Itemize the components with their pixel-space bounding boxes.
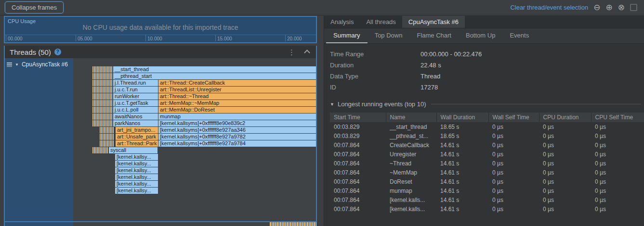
zoom-in-icon[interactable]: ⊕	[606, 3, 613, 12]
column-header-name[interactable]: Name	[386, 113, 436, 122]
table-cell: 0 µs	[539, 159, 591, 168]
flame-bar[interactable]: [kernel.kallsyms]+0xffffff8e90e839c2	[158, 120, 316, 126]
table-row[interactable]: 00:07.864Unregister14.61 s0 µs0 µs0 µs	[330, 150, 644, 159]
flame-bar[interactable]: munmap	[158, 113, 316, 120]
table-cell: 00:03.829	[330, 131, 386, 140]
column-header-cpu-self-time[interactable]: CPU Self Time	[591, 113, 644, 122]
flame-row: __start_thread	[73, 66, 316, 73]
flame-bar[interactable]: art::Thread::CreateCallback	[158, 80, 316, 86]
table-row[interactable]: 00:03.829__pthread_st...18.65 s0 µs0 µs0…	[330, 131, 644, 140]
flame-bar[interactable]: syscall	[109, 147, 158, 153]
section-rule	[431, 104, 642, 104]
table-row[interactable]: 00:03.829__start_thread18.65 s0 µs0 µs0 …	[330, 122, 644, 131]
next-thread-flame[interactable]	[73, 222, 316, 226]
subtab-summary[interactable]: Summary	[326, 28, 368, 43]
flame-bar[interactable]: [kernel.kallsyms]+0xffffff8e927a9782	[158, 134, 316, 140]
thread-list-item[interactable]: ▼ CpuAsyncTask #6	[5, 58, 73, 68]
flame-micro-frames[interactable]	[92, 120, 113, 126]
flame-bar[interactable]: [kernel.kallsy...	[115, 181, 158, 187]
table-row[interactable]: 00:07.864[kernel.kalls...14.61 s0 µs0 µs…	[330, 195, 644, 204]
flame-bar[interactable]: [kernel.kallsy...	[115, 161, 158, 167]
table-cell: 0 µs	[539, 122, 591, 131]
flame-micro-frames[interactable]	[92, 93, 113, 100]
more-options-icon[interactable]: ⋮	[288, 49, 295, 56]
table-row[interactable]: 00:07.864munmap14.61 s0 µs0 µs0 µs	[330, 186, 644, 195]
thread-name: CpuAsyncTask #6	[22, 61, 68, 68]
table-row[interactable]: 00:07.864DoReset14.61 s0 µs0 µs0 µs	[330, 177, 644, 186]
flame-bar[interactable]: runWorker	[113, 93, 158, 100]
cpu-usage-chart[interactable]: CPU Usage No CPU usage data available fo…	[4, 16, 317, 43]
flame-row: awaitNanosmunmap	[73, 113, 316, 120]
flame-micro-frames[interactable]	[100, 127, 114, 133]
clear-thread-event-selection-link[interactable]: Clear thread/event selection	[510, 4, 588, 11]
flame-row: j.u.c.T.runart::ThreadList::Unregister	[73, 87, 316, 93]
flame-micro-frames[interactable]	[92, 73, 113, 79]
flame-bar[interactable]: j.u.c.L.poll	[113, 107, 158, 113]
flame-bar[interactable]: art::Thread::Park	[116, 140, 158, 147]
flame-bar[interactable]: __start_thread	[113, 66, 316, 73]
table-cell: 0 µs	[591, 150, 644, 159]
flame-bar[interactable]: art_jni_trampo...	[116, 127, 158, 133]
flame-chart[interactable]: __start_thread__pthread_startj.l.Thread.…	[73, 58, 316, 221]
collapse-panel-icon[interactable]	[304, 50, 310, 56]
subtab-bottom-up[interactable]: Bottom Up	[459, 28, 502, 43]
tab-cpuasynctask-6[interactable]: CpuAsyncTask #6	[402, 16, 465, 28]
table-row[interactable]: 00:07.864~Thread14.61 s0 µs0 µs0 µs	[330, 159, 644, 168]
table-row[interactable]: 00:07.864[kernel.kalls...14.61 s0 µs0 µs…	[330, 204, 644, 213]
column-header-start-time[interactable]: Start Time	[330, 113, 386, 122]
subtab-flame-chart[interactable]: Flame Chart	[409, 28, 459, 43]
flame-bar[interactable]: [kernel.kallsy...	[115, 174, 158, 180]
flame-bar[interactable]: art::MemMap::DoReset	[158, 107, 316, 113]
flame-bar[interactable]: [kernel.kallsyms]+0xffffff8e927aa346	[158, 127, 316, 133]
flame-bar[interactable]: j.u.c.T.getTask	[113, 100, 158, 106]
flame-row: runWorkerart::Thread::~Thread	[73, 93, 316, 100]
flame-bar[interactable]: parkNanos	[113, 120, 158, 126]
table-cell: 0 µs	[591, 122, 644, 131]
table-row[interactable]: 00:07.864CreateCallback14.61 s0 µs0 µs0 …	[330, 140, 644, 150]
table-row[interactable]: 00:07.864~MemMap14.61 s0 µs0 µs0 µs	[330, 168, 644, 177]
flame-bar[interactable]: art::ThreadList::Unregister	[158, 87, 316, 93]
flame-bar[interactable]: awaitNanos	[113, 113, 158, 120]
next-thread-list-cell[interactable]	[5, 222, 73, 226]
flame-bar[interactable]: [kernel.kallsy...	[115, 154, 158, 160]
flame-micro-frames[interactable]	[92, 80, 113, 86]
zoom-out-icon[interactable]: ⊖	[593, 3, 600, 12]
tab-analysis[interactable]: Analysis	[324, 16, 360, 28]
flame-micro-frames[interactable]	[100, 140, 114, 147]
subtab-top-down[interactable]: Top Down	[368, 28, 410, 43]
flame-bar[interactable]: j.u.c.T.run	[113, 87, 158, 93]
flame-row: art::Thread::Park[kernel.kallsyms]+0xfff…	[73, 140, 316, 147]
flame-micro-frames[interactable]	[92, 107, 113, 113]
collapse-frames-button[interactable]: Collapse frames	[5, 1, 64, 13]
flame-bar[interactable]: __pthread_start	[113, 73, 316, 79]
subtab-events[interactable]: Events	[502, 28, 536, 43]
next-thread-stripes[interactable]	[270, 222, 317, 226]
flame-bar[interactable]: art::MemMap::~MemMap	[158, 100, 316, 106]
column-header-wall-duration[interactable]: Wall Duration	[436, 113, 488, 122]
flame-micro-frames[interactable]	[92, 113, 113, 120]
table-cell: 0 µs	[591, 204, 644, 213]
collapse-section-icon[interactable]: ▼	[330, 102, 334, 107]
tab-all-threads[interactable]: All threads	[360, 16, 402, 28]
summary-field-row: Data TypeThread	[330, 71, 644, 82]
flame-micro-frames[interactable]	[92, 66, 113, 73]
flame-bar[interactable]: [kernel.kallsyms]+0xffffff8e927a9784	[158, 140, 316, 147]
expand-thread-icon[interactable]: ▼	[15, 63, 19, 67]
drag-handle-icon[interactable]	[7, 63, 12, 67]
help-icon[interactable]: ?	[54, 49, 61, 55]
flame-micro-frames[interactable]	[100, 134, 114, 140]
column-header-wall-self-time[interactable]: Wall Self Time	[488, 113, 539, 122]
flame-bar[interactable]: [kernel.kallsy...	[115, 188, 158, 194]
flame-micro-frames[interactable]	[92, 87, 113, 93]
events-section-header[interactable]: ▼ Longest running events (top 10)	[330, 100, 644, 108]
flame-bar[interactable]: [kernel.kallsy...	[115, 167, 158, 174]
flame-bar[interactable]: j.l.Thread.run	[113, 80, 158, 86]
zoom-to-selection-icon[interactable]	[630, 4, 637, 11]
table-cell: 00:07.864	[330, 140, 386, 150]
column-header-cpu-duration[interactable]: CPU Duration	[539, 113, 591, 122]
flame-bar[interactable]: art::Thread::~Thread	[158, 93, 316, 100]
flame-micro-frames[interactable]	[92, 147, 108, 153]
flame-micro-frames[interactable]	[92, 100, 113, 106]
reset-zoom-icon[interactable]: ⊗	[618, 3, 625, 12]
flame-bar[interactable]: art::Unsafe_park	[116, 134, 158, 140]
